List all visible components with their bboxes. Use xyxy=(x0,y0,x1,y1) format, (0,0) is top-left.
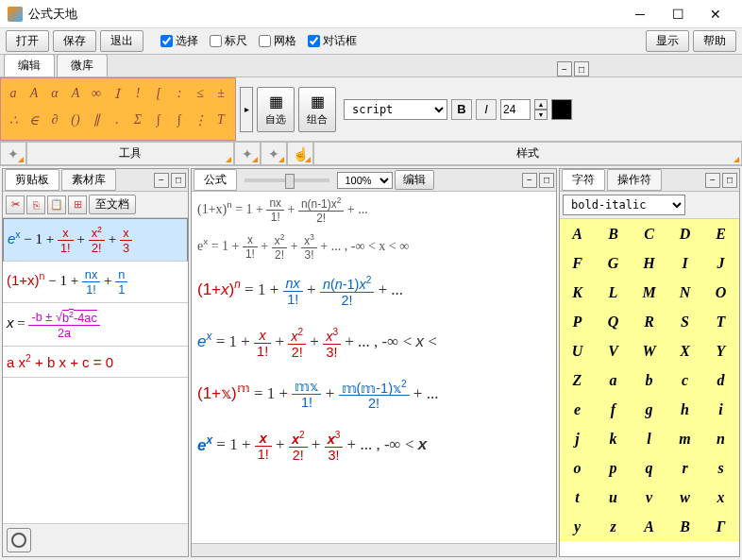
char-cell[interactable]: p xyxy=(596,453,632,483)
char-cell[interactable]: Z xyxy=(560,365,596,395)
color-swatch[interactable] xyxy=(551,99,572,120)
char-cell[interactable]: r xyxy=(667,453,703,483)
formula-small[interactable]: (1+x)n = 1 + nx1! + n(n-1)x22! + ... xyxy=(192,192,556,229)
char-cell[interactable]: k xyxy=(596,424,632,453)
tab-edit[interactable]: 编辑 xyxy=(4,54,55,76)
panel-max-button[interactable]: □ xyxy=(574,61,589,76)
char-cell[interactable]: B xyxy=(667,512,703,541)
palette-cell[interactable]: () xyxy=(65,107,86,133)
char-cell[interactable]: x xyxy=(703,483,739,512)
char-cell[interactable]: N xyxy=(667,278,703,307)
char-cell[interactable]: R xyxy=(632,307,667,336)
tab-clipboard[interactable]: 剪贴板 xyxy=(5,169,59,191)
char-cell[interactable]: A xyxy=(632,512,667,541)
palette-cell[interactable]: ∞ xyxy=(86,80,107,107)
wand-1[interactable]: ✦ xyxy=(0,142,26,165)
char-cell[interactable]: F xyxy=(560,248,596,278)
char-cell[interactable]: P xyxy=(560,307,596,336)
palette-cell[interactable]: . xyxy=(107,107,127,133)
char-cell[interactable]: h xyxy=(667,395,703,424)
char-cell[interactable]: q xyxy=(632,453,667,483)
char-cell[interactable]: l xyxy=(632,424,667,453)
grid-icon[interactable]: ⊞ xyxy=(68,195,87,214)
char-cell[interactable]: Γ xyxy=(703,512,739,541)
fontsize-input[interactable] xyxy=(500,99,531,120)
char-cell[interactable]: u xyxy=(596,483,632,512)
tab-ops[interactable]: 操作符 xyxy=(607,169,662,191)
palette-cell[interactable]: ∈ xyxy=(24,107,44,133)
help-button[interactable]: 帮助 xyxy=(693,30,736,52)
right-min[interactable]: − xyxy=(705,173,720,188)
record-button[interactable] xyxy=(7,528,31,552)
palette-cell[interactable]: ± xyxy=(211,80,231,107)
zoom-select[interactable]: 100% xyxy=(337,172,393,189)
save-button[interactable]: 保存 xyxy=(53,30,96,52)
tab-matlib[interactable]: 素材库 xyxy=(61,169,116,191)
clipboard-list[interactable]: ex − 1 + x1! + x22! + x3(1+x)n − 1 + nx1… xyxy=(3,218,188,523)
char-cell[interactable]: I xyxy=(667,248,703,278)
maximize-button[interactable]: ☐ xyxy=(659,1,697,27)
ruler-checkbox[interactable]: 标尺 xyxy=(210,33,247,49)
char-cell[interactable]: n xyxy=(703,424,739,453)
cut-icon[interactable]: ✂ xyxy=(6,195,25,214)
tab-microlib[interactable]: 微库 xyxy=(57,54,108,76)
tools-label[interactable]: 工具 xyxy=(26,142,234,165)
char-cell[interactable]: m xyxy=(667,424,703,453)
palette-cell[interactable]: Σ xyxy=(127,107,148,133)
panel-min-button[interactable]: − xyxy=(557,61,572,76)
style-label[interactable]: 样式 xyxy=(313,142,742,165)
char-cell[interactable]: W xyxy=(632,336,667,365)
char-cell[interactable]: S xyxy=(667,307,703,336)
wand-2[interactable]: ✦ xyxy=(234,142,261,165)
char-cell[interactable]: w xyxy=(667,483,703,512)
char-cell[interactable]: V xyxy=(596,336,632,365)
char-cell[interactable]: D xyxy=(667,219,703,248)
fontsize-down[interactable]: ▼ xyxy=(534,110,548,120)
left-min[interactable]: − xyxy=(154,173,169,188)
clip-item[interactable]: x = -b ± √b2-4ac2a xyxy=(3,303,188,346)
char-cell[interactable]: i xyxy=(703,395,739,424)
close-button[interactable]: ✕ xyxy=(697,1,734,27)
char-cell[interactable]: K xyxy=(560,278,596,307)
zoom-slider[interactable] xyxy=(245,178,329,182)
center-edit-button[interactable]: 编辑 xyxy=(395,170,434,190)
palette-cell[interactable]: a xyxy=(3,80,24,107)
palette-cell[interactable]: ∂ xyxy=(44,107,65,133)
combo-button[interactable]: ▦组合 xyxy=(298,87,336,132)
palette-cell[interactable]: ! xyxy=(127,80,148,107)
char-cell[interactable]: Y xyxy=(703,336,739,365)
wand-3[interactable]: ✦ xyxy=(261,142,287,165)
paste-icon[interactable]: 📋 xyxy=(47,195,66,214)
minimize-button[interactable]: ─ xyxy=(621,1,659,27)
formula-small[interactable]: ex = 1 + x1! + x22! + x33! + ... , -∞ < … xyxy=(192,229,556,265)
palette-cell[interactable]: T xyxy=(211,107,231,133)
char-cell[interactable]: B xyxy=(596,219,632,248)
open-button[interactable]: 打开 xyxy=(6,30,49,52)
show-button[interactable]: 显示 xyxy=(646,30,689,52)
dialog-checkbox[interactable]: 对话框 xyxy=(308,33,357,49)
char-cell[interactable]: t xyxy=(560,483,596,512)
bold-button[interactable]: B xyxy=(451,99,472,120)
palette-cell[interactable]: A xyxy=(24,80,44,107)
formula-big[interactable]: (1+x)n = 1 + nx1! + n(n-1)x22! + ... xyxy=(192,265,556,317)
char-cell[interactable]: s xyxy=(703,453,739,483)
char-cell[interactable]: X xyxy=(667,336,703,365)
char-cell[interactable]: C xyxy=(632,219,667,248)
tab-chars[interactable]: 字符 xyxy=(562,169,605,191)
formula-canvas[interactable]: (1+x)n = 1 + nx1! + n(n-1)x22! + ...ex =… xyxy=(192,192,556,543)
char-cell[interactable]: U xyxy=(560,336,596,365)
todoc-button[interactable]: 至文档 xyxy=(89,195,136,214)
copy-icon[interactable]: ⎘ xyxy=(26,195,45,214)
fontsize-up[interactable]: ▲ xyxy=(534,99,548,110)
char-cell[interactable]: H xyxy=(632,248,667,278)
palette-cell[interactable]: ∫ xyxy=(148,107,169,133)
font-select[interactable]: script xyxy=(344,99,447,120)
formula-big[interactable]: (1+𝕩)𝕞 = 1 + 𝕞𝕩1! + 𝕞(𝕞-1)𝕩22! + ... xyxy=(192,369,556,421)
palette-cell[interactable]: Ⅰ xyxy=(107,80,127,107)
auto-button[interactable]: ▦自选 xyxy=(257,87,295,132)
center-min[interactable]: − xyxy=(522,173,537,188)
char-cell[interactable]: b xyxy=(632,365,667,395)
clip-item[interactable]: ex − 1 + x1! + x22! + x3 xyxy=(3,218,188,262)
char-cell[interactable]: O xyxy=(703,278,739,307)
palette-cell[interactable]: ≤ xyxy=(190,80,211,107)
